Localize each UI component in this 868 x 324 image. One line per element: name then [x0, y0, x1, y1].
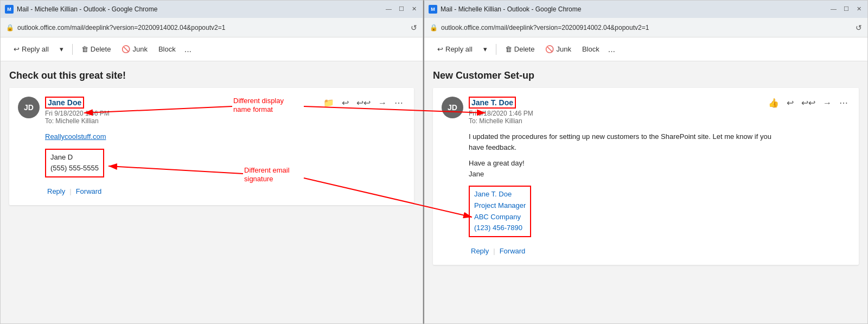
title-bar-left: M Mail - Michelle Killian - Outlook - Go…	[1, 1, 423, 18]
favicon-left: M	[5, 5, 14, 14]
sig-phone-right: (123) 456-7890	[474, 223, 526, 234]
body-line1-right: I updated the procedures for setting up …	[469, 131, 850, 142]
forward-btn-left[interactable]: Forward	[74, 186, 104, 196]
sender-name-right[interactable]: Jane T. Doe	[469, 97, 516, 109]
junk-btn-left[interactable]: 🚫 Junk	[117, 43, 151, 55]
signature-block-right: Jane T. Doe Project Manager ABC Company …	[469, 186, 531, 237]
sig-line2-left: (555) 555-5555	[50, 163, 99, 174]
toolbar-sep-1-left	[72, 44, 73, 55]
sig-title-right: Project Manager	[474, 200, 526, 212]
mail-toolbar-left: ↩ Reply all ▾ 🗑 Delete 🚫 Junk Block ...	[1, 37, 423, 61]
signature-block-left: Jane D (555) 555-5555	[45, 149, 104, 178]
action-replyall-icon-left[interactable]: ↩↩	[354, 97, 373, 109]
more-btn-left[interactable]: ...	[184, 45, 192, 54]
block-btn-right[interactable]: Block	[578, 43, 604, 55]
junk-icon-left: 🚫	[122, 45, 130, 53]
reply-all-icon-right: ↩	[437, 45, 443, 53]
block-btn-left[interactable]: Block	[154, 43, 180, 55]
address-bar-left: 🔒 ↺	[1, 18, 423, 37]
minimize-btn-left[interactable]: —	[386, 6, 392, 12]
action-reply-icon-left[interactable]: ↩	[340, 97, 351, 109]
more-btn-right[interactable]: ...	[608, 45, 615, 54]
email-body-right: I updated the procedures for setting up …	[469, 131, 850, 237]
reply-btn-left[interactable]: Reply	[45, 186, 67, 196]
reply-btn-right[interactable]: Reply	[469, 246, 491, 256]
window-title-left: Mail - Michelle Killian - Outlook - Goog…	[17, 5, 157, 13]
minimize-btn-right[interactable]: —	[831, 6, 837, 12]
email-header-right: JD Jane T. Doe Fri 9/18/2020 1:46 PM To:…	[442, 97, 850, 125]
address-bar-right: 🔒 ↺	[424, 18, 867, 37]
refresh-icon-left[interactable]: ↺	[411, 23, 417, 32]
email-meta-right: Jane T. Doe Fri 9/18/2020 1:46 PM To: Mi…	[469, 97, 761, 125]
email-to-left: To: Michelle Killian	[45, 117, 316, 125]
junk-icon-right: 🚫	[545, 45, 554, 53]
sender-name-left[interactable]: Jane Doe	[45, 97, 84, 109]
email-date-left: Fri 9/18/2020 1:46 PM	[45, 110, 316, 117]
junk-btn-right[interactable]: 🚫 Junk	[541, 43, 575, 55]
reply-all-btn-right[interactable]: ↩ Reply all	[433, 43, 477, 55]
sig-name-right: Jane T. Doe	[474, 189, 526, 200]
email-header-left: JD Jane Doe Fri 9/18/2020 1:46 PM To: Mi…	[18, 97, 405, 125]
action-reply-icon-right[interactable]: ↩	[784, 97, 796, 109]
body-line3-right: Have a great day!	[469, 158, 850, 169]
reply-all-btn-left[interactable]: ↩ Reply all	[9, 43, 53, 55]
lock-icon-left: 🔒	[6, 24, 14, 31]
sig-company-right: ABC Company	[474, 212, 526, 223]
url-input-right[interactable]	[441, 24, 852, 31]
email-body-left: Reallycoolstuff.com Jane D (555) 555-555…	[45, 131, 405, 177]
close-btn-left[interactable]: ✕	[412, 6, 418, 12]
email-subject-right: New Customer Set-up	[433, 70, 859, 81]
lock-icon-right: 🔒	[430, 24, 438, 31]
close-btn-right[interactable]: ✕	[857, 6, 863, 12]
avatar-left: JD	[18, 97, 40, 118]
window-title-right: Mail - Michelle Killian - Outlook - Goog…	[441, 5, 581, 13]
maximize-btn-right[interactable]: ☐	[844, 6, 850, 12]
email-actions-right: 👍 ↩ ↩↩ → ⋯	[766, 97, 850, 109]
email-subject-left: Check out this great site!	[9, 70, 414, 81]
reply-dropdown-btn-right[interactable]: ▾	[479, 43, 492, 55]
action-dots-icon-right[interactable]: ⋯	[837, 97, 850, 109]
mail-toolbar-right: ↩ Reply all ▾ 🗑 Delete 🚫 Junk Block ...	[424, 37, 867, 61]
delete-btn-right[interactable]: 🗑 Delete	[501, 43, 539, 55]
url-input-left[interactable]	[17, 24, 407, 31]
mail-content-left: Check out this great site! JD Jane Doe F…	[1, 61, 423, 323]
body-line2-right: have feedback.	[469, 142, 850, 153]
refresh-icon-right[interactable]: ↺	[856, 23, 862, 32]
action-forward-icon-left[interactable]: →	[376, 97, 389, 109]
action-like-icon-right[interactable]: 👍	[766, 97, 781, 109]
maximize-btn-left[interactable]: ☐	[399, 6, 405, 12]
reply-all-icon-left: ↩	[14, 45, 20, 53]
action-dots-icon-left[interactable]: ⋯	[392, 97, 405, 109]
email-reply-bar-left: Reply | Forward	[45, 186, 405, 196]
email-link-left[interactable]: Reallycoolstuff.com	[45, 132, 106, 141]
favicon-right: M	[429, 5, 437, 14]
title-bar-right: M Mail - Michelle Killian - Outlook - Go…	[424, 1, 867, 18]
delete-icon-left: 🗑	[81, 45, 88, 53]
delete-icon-right: 🗑	[505, 45, 512, 53]
avatar-right: JD	[442, 97, 463, 118]
action-folder-icon-left[interactable]: 📁	[321, 97, 336, 109]
email-actions-left: 📁 ↩ ↩↩ → ⋯	[321, 97, 405, 109]
action-replyall-icon-right[interactable]: ↩↩	[799, 97, 818, 109]
email-date-right: Fri 9/18/2020 1:46 PM	[469, 110, 761, 117]
email-to-right: To: Michelle Killian	[469, 117, 761, 125]
delete-btn-left[interactable]: 🗑 Delete	[77, 43, 116, 55]
action-forward-icon-right[interactable]: →	[821, 97, 834, 109]
email-reply-bar-right: Reply | Forward	[469, 246, 850, 256]
forward-btn-right[interactable]: Forward	[497, 246, 528, 256]
mail-content-right: New Customer Set-up JD Jane T. Doe Fri 9…	[424, 61, 867, 323]
reply-dropdown-btn-left[interactable]: ▾	[55, 43, 68, 55]
sig-line1-left: Jane D	[50, 152, 99, 163]
body-line4-right: Jane	[469, 169, 850, 180]
email-meta-left: Jane Doe Fri 9/18/2020 1:46 PM To: Miche…	[45, 97, 316, 125]
email-card-right: JD Jane T. Doe Fri 9/18/2020 1:46 PM To:…	[433, 88, 859, 265]
toolbar-sep-1-right	[496, 44, 496, 55]
email-card-left: JD Jane Doe Fri 9/18/2020 1:46 PM To: Mi…	[9, 88, 414, 205]
